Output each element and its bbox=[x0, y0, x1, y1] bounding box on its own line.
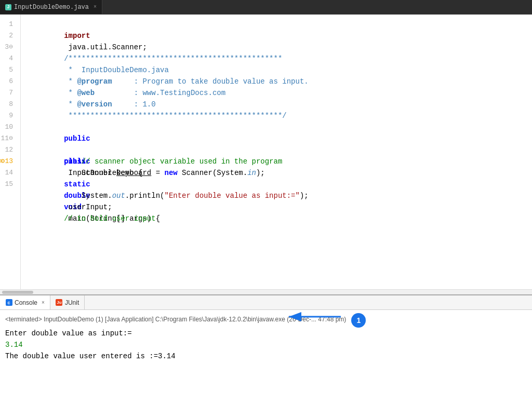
println-1: .println( bbox=[125, 192, 165, 200]
system-out-1: System. bbox=[64, 192, 112, 200]
code-line-2 bbox=[29, 30, 524, 42]
kw-new: new bbox=[164, 169, 177, 177]
console-icon-letter: c bbox=[6, 299, 12, 306]
java-file-icon: J bbox=[5, 4, 11, 10]
line-numbers: 1 2 3⊖ 4 5 6 7 8 9 10 11⊖ 12 ⚙13 14 15 bbox=[0, 15, 21, 289]
console-output-1: Enter double value as input:= bbox=[5, 328, 527, 339]
console-status-row: <terminated> InputDoubleDemo (1) [Java A… bbox=[5, 313, 527, 328]
editor-tab-label: InputDoubleDemo.java bbox=[14, 4, 89, 11]
javadoc-program-tag: @program bbox=[77, 77, 112, 86]
line-num-10: 10 bbox=[0, 121, 16, 133]
line-num-11: 11⊖ bbox=[0, 133, 16, 144]
system-in: in bbox=[247, 169, 256, 177]
console-output-2: The double value user entered is :=3.14 bbox=[5, 350, 527, 362]
keyboard-var: keyboard bbox=[116, 169, 151, 177]
editor-tab-bar: J InputDoubleDemo.java × bbox=[0, 0, 532, 15]
line-num-9: 9 bbox=[0, 110, 16, 121]
javadoc-program-prefix: * bbox=[64, 77, 77, 86]
code-area: 1 2 3⊖ 4 5 6 7 8 9 10 11⊖ 12 ⚙13 14 15 i… bbox=[0, 15, 532, 289]
comment-hold: // to hold user input bbox=[64, 214, 155, 223]
line-num-13: ⚙13 bbox=[0, 156, 16, 167]
javadoc-version-value: : 1.0 bbox=[112, 100, 156, 109]
line-num-4: 4 bbox=[0, 53, 16, 64]
scanner-stmt-4: ); bbox=[256, 169, 265, 177]
javadoc-end: ****************************************… bbox=[64, 112, 286, 120]
console-icon: c bbox=[5, 299, 12, 306]
code-line-1: import java.util.Scanner; bbox=[29, 19, 524, 30]
line-num-15: 15 bbox=[0, 179, 16, 190]
scrollbar-thumb[interactable] bbox=[2, 291, 33, 294]
javadoc-start: /***************************************… bbox=[64, 55, 282, 63]
line-num-12: 12 bbox=[0, 144, 16, 156]
javadoc-web-value: : www.TestingDocs.com bbox=[95, 89, 225, 97]
javadoc-web-prefix: * bbox=[64, 89, 77, 97]
line-num-2: 2 bbox=[0, 30, 16, 42]
console-tab-junit[interactable]: Ju JUnit bbox=[50, 295, 85, 309]
console-tab-bar: c Console × Ju JUnit bbox=[0, 295, 532, 310]
console-tab-label: Console bbox=[15, 299, 37, 306]
line-num-7: 7 bbox=[0, 87, 16, 99]
code-editor: 1 2 3⊖ 4 5 6 7 8 9 10 11⊖ 12 ⚙13 14 15 i… bbox=[0, 15, 532, 294]
code-content: import java.util.Scanner; /*************… bbox=[21, 15, 532, 289]
junit-tab-label: JUnit bbox=[65, 299, 79, 306]
comment-scanner: // scanner object variable used in the p… bbox=[64, 157, 282, 166]
out-field: out bbox=[112, 192, 125, 200]
badge-number: 1 bbox=[351, 313, 366, 328]
console-tab-console[interactable]: c Console × bbox=[0, 295, 50, 309]
annotation-container: 1 bbox=[351, 313, 366, 328]
indent-1 bbox=[64, 146, 73, 154]
javadoc-class-name: * InputDoubleDemo.java bbox=[64, 66, 169, 74]
javadoc-web-tag: @web bbox=[77, 89, 95, 97]
double-indent bbox=[64, 180, 82, 188]
console-panel: c Console × Ju JUnit <terminated> InputD… bbox=[0, 294, 532, 419]
junit-icon-letter: Ju bbox=[56, 299, 62, 306]
console-input-value: 3.14 bbox=[5, 339, 527, 350]
code-line-12: // scanner object variable used in the p… bbox=[29, 144, 524, 156]
blue-arrow-svg bbox=[284, 310, 346, 325]
javadoc-version-prefix: * bbox=[64, 100, 77, 109]
line-num-8: 8 bbox=[0, 99, 16, 110]
junit-icon: Ju bbox=[56, 299, 63, 306]
scanner-stmt-2: = bbox=[151, 169, 164, 177]
line-num-6: 6 bbox=[0, 76, 16, 87]
line-num-5: 5 bbox=[0, 64, 16, 76]
keyword-import: import bbox=[64, 32, 90, 40]
editor-scrollbar[interactable] bbox=[0, 289, 532, 294]
code-line-10: public class InputDoubleDemo { bbox=[29, 121, 524, 133]
line-num-14: 14 bbox=[0, 167, 16, 179]
javadoc-program-value: : Program to take double value as input. bbox=[112, 77, 309, 86]
editor-tab-close[interactable]: × bbox=[94, 4, 97, 10]
console-tab-close[interactable]: × bbox=[42, 300, 45, 305]
editor-tab[interactable]: J InputDoubleDemo.java × bbox=[0, 0, 102, 14]
code-line-11: public static void main(String[] args) { bbox=[29, 133, 524, 144]
kw-public-1: public bbox=[64, 134, 90, 143]
scanner-stmt-1: Scanner bbox=[64, 169, 116, 177]
user-input-var: userInput; bbox=[64, 203, 112, 211]
import-path: java.util.Scanner; bbox=[64, 43, 147, 51]
line-num-3: 3⊖ bbox=[0, 42, 16, 53]
code-line-15: System.out.println("Enter double value a… bbox=[29, 179, 524, 190]
console-output-area: <terminated> InputDoubleDemo (1) [Java A… bbox=[0, 310, 532, 419]
line-num-1: 1 bbox=[0, 19, 16, 30]
javadoc-version-tag: @version bbox=[77, 100, 112, 109]
string-literal: "Enter double value as input:=" bbox=[164, 192, 299, 200]
scanner-stmt-3: Scanner(System. bbox=[178, 169, 247, 177]
println-close: ); bbox=[300, 192, 309, 200]
